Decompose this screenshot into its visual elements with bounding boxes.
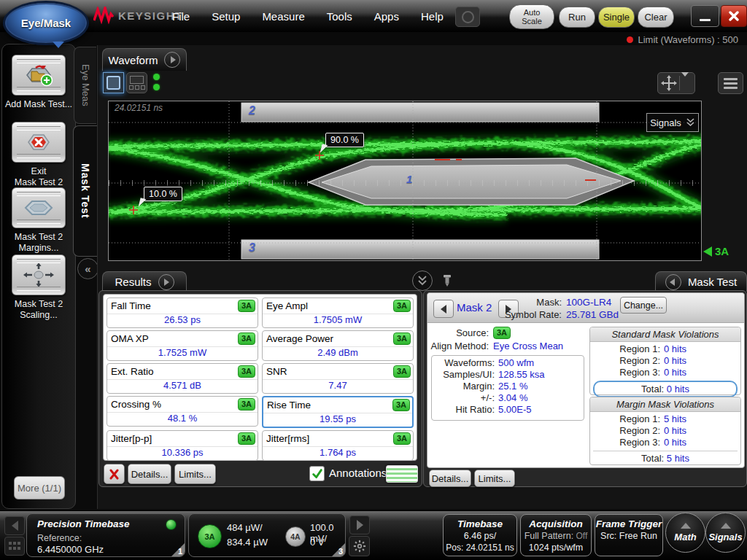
- close-button[interactable]: [721, 5, 747, 27]
- acquisition-panel[interactable]: Acquisition Full Pattern: Off 1024 pts/w…: [520, 514, 592, 556]
- panel-collapse-button[interactable]: [412, 271, 433, 291]
- triangle-up-icon: [721, 523, 731, 529]
- channels-panel[interactable]: 3A 484 µW/ 834.4 µW 4A 100.0 mV/ 0 V 3: [188, 513, 346, 557]
- auto-scale-button[interactable]: AutoScale: [509, 4, 554, 29]
- align-method-label: Align Method:: [427, 341, 489, 351]
- app-window: Eye/Mask KEYSIGHT File Setup Measure Too…: [0, 0, 747, 560]
- single-button[interactable]: Single: [598, 7, 635, 28]
- eye-mask-app-logo[interactable]: Eye/Mask: [3, 1, 89, 45]
- reference-label: Reference:: [37, 533, 82, 543]
- app-title: Eye/Mask: [21, 17, 71, 29]
- timebase-panel[interactable]: Timebase 6.46 ps/ Pos: 24.02151 ns: [443, 514, 517, 556]
- exit-mask-test-button[interactable]: [12, 122, 66, 163]
- menu-apps[interactable]: Apps: [374, 10, 399, 23]
- mask-details-button[interactable]: Details...: [429, 470, 471, 487]
- triangle-right-icon: [357, 520, 363, 530]
- measurement-card-oma-xp[interactable]: OMA XP3A 1.7525 mW: [107, 330, 258, 361]
- stat-row: Hit Ratio:5.00E-5: [432, 404, 584, 416]
- tab-mask-test-panel[interactable]: Mask Test: [655, 271, 747, 292]
- violation-row: Region 2:0 hits: [590, 425, 740, 437]
- menu-measure[interactable]: Measure: [262, 10, 304, 23]
- precision-timebase-panel[interactable]: Precision Timebase Reference: 6.4450000 …: [26, 513, 185, 557]
- auto-scale-label: AutoScale: [522, 8, 542, 26]
- align-method-value[interactable]: Eye Cross Mean: [493, 341, 563, 351]
- results-limits-button[interactable]: Limits...: [174, 464, 216, 484]
- mask-margins-button[interactable]: [12, 187, 66, 228]
- mask-label: Mask:: [514, 297, 562, 308]
- panel-grid-button[interactable]: [4, 537, 25, 556]
- results-details-button[interactable]: Details...: [128, 464, 171, 484]
- stat-row: Waveforms:500 wfm: [432, 357, 584, 369]
- menu-help[interactable]: Help: [421, 10, 444, 23]
- measurement-card-jitter-pp[interactable]: Jitter[p-p]3A 10.336 ps: [107, 430, 258, 461]
- stat-value: 5.00E-5: [498, 404, 532, 416]
- pin-panel-button[interactable]: [439, 272, 455, 289]
- annotations-checkbox[interactable]: [309, 466, 325, 481]
- pan-zoom-button[interactable]: [657, 72, 695, 94]
- tab-mask-test-side[interactable]: Mask Test: [73, 125, 98, 257]
- math-button[interactable]: Math: [665, 513, 705, 553]
- color-grade-button[interactable]: [386, 465, 418, 483]
- grid-view-button[interactable]: [126, 72, 147, 93]
- measurement-value: 48.1 %: [107, 412, 258, 424]
- delete-measurement-button[interactable]: [104, 464, 125, 484]
- measurement-card-jitter-rms[interactable]: Jitter[rms]3A 1.764 ps: [262, 430, 414, 461]
- channel-3a-badge[interactable]: 3A: [198, 524, 222, 548]
- pan-dropdown[interactable]: [681, 77, 694, 90]
- ridge: [17, 259, 61, 263]
- margin-violations-box: Margin Mask Violations Region 1:5 hits R…: [589, 397, 741, 465]
- region-value: 0 hits: [664, 367, 686, 378]
- menu-file[interactable]: File: [172, 10, 190, 23]
- tab-waveform[interactable]: Waveform: [102, 48, 187, 71]
- scroll-left-button[interactable]: [4, 516, 25, 535]
- source-badge: 3A: [393, 365, 411, 378]
- measurement-card-eye-ampl[interactable]: Eye Ampl3A 1.7505 mW: [262, 298, 414, 328]
- minimize-button[interactable]: [691, 5, 719, 27]
- marker-90-percent[interactable]: 90.0 %: [325, 133, 364, 147]
- measurement-card-average-power[interactable]: Average Power3A 2.49 dBm: [262, 330, 414, 361]
- mask-scaling-button[interactable]: [12, 254, 66, 295]
- sidebar-item-add-mask-test[interactable]: Add Mask Test...: [2, 55, 75, 110]
- add-mask-test-button[interactable]: [12, 55, 66, 96]
- menu-tools[interactable]: Tools: [327, 10, 352, 23]
- single-view-button[interactable]: [103, 72, 124, 93]
- single-view-icon: [107, 76, 120, 90]
- run-button[interactable]: Run: [559, 7, 595, 28]
- keysight-brand: KEYSIGHT: [93, 7, 183, 24]
- measurement-card-fall-time[interactable]: Fall Time3A 26.53 ps: [107, 298, 258, 328]
- prev-mask-button[interactable]: [433, 300, 454, 318]
- channel-4a-badge[interactable]: 4A: [285, 526, 306, 547]
- mask-stats-box: Waveforms:500 wfm Samples/UI:128.55 ksa …: [431, 355, 584, 421]
- measurement-name: Average Power: [266, 333, 333, 344]
- measurement-card-crossing[interactable]: Crossing %3A 48.1 %: [107, 396, 258, 427]
- eye-diagram-display[interactable]: 24.02151 ns 2 1 3 90.0 % 10.0 % Signals: [108, 101, 702, 261]
- sidebar-item-label: Mask Test 2Margins...: [15, 232, 63, 254]
- waveform-menu-button[interactable]: [718, 72, 743, 94]
- mask-source-badge[interactable]: 3A: [493, 327, 511, 339]
- signals-button[interactable]: Signals: [705, 513, 746, 553]
- sidebar-item-exit-mask-test[interactable]: ExitMask Test 2: [2, 122, 75, 188]
- change-mask-button[interactable]: Change...: [620, 297, 667, 314]
- sidebar-item-mask-margins[interactable]: Mask Test 2Margins...: [2, 187, 75, 254]
- tab-results[interactable]: Results: [102, 271, 187, 292]
- signals-dropdown[interactable]: Signals: [646, 113, 699, 132]
- marker-10-percent[interactable]: 10.0 %: [144, 187, 182, 201]
- screenshot-camera-button[interactable]: [455, 7, 480, 27]
- more-button[interactable]: More (1/1): [14, 476, 65, 499]
- measurement-card-rise-time[interactable]: Rise Time3A 19.55 ps: [262, 396, 414, 428]
- stat-label: +/-:: [432, 392, 495, 404]
- scroll-right-button[interactable]: [349, 516, 370, 534]
- frame-trigger-panel[interactable]: Frame Trigger Src: Free Run: [595, 514, 663, 556]
- measurement-card-snr[interactable]: SNR3A 7.47: [262, 363, 414, 394]
- mask-limits-button[interactable]: Limits...: [474, 470, 515, 487]
- sidebar-collapse-button[interactable]: «: [77, 258, 98, 279]
- measurement-name: Jitter[rms]: [266, 433, 309, 444]
- measurement-card-ext-ratio[interactable]: Ext. Ratio3A 4.571 dB: [107, 363, 258, 394]
- source-badge: 3A: [393, 332, 411, 345]
- settings-button[interactable]: [349, 536, 370, 556]
- sidebar-item-mask-scaling[interactable]: Mask Test 2Scaling...: [2, 254, 75, 321]
- measurement-value: 1.7525 mW: [107, 346, 258, 359]
- clear-button[interactable]: Clear: [638, 7, 674, 28]
- tab-eye-meas[interactable]: Eye Meas: [74, 47, 96, 124]
- menu-setup[interactable]: Setup: [212, 10, 240, 23]
